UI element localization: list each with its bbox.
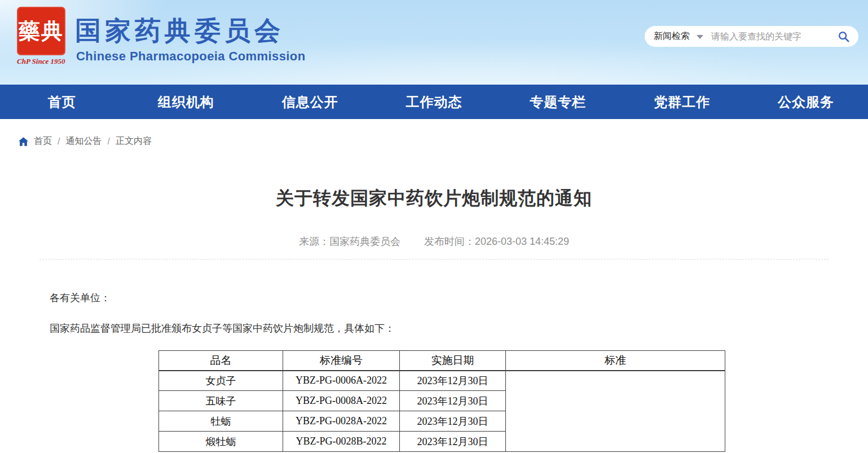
col-header-standard: 标准 (506, 351, 725, 371)
pharmacopoeia-seal-icon: 藥典 (17, 7, 65, 55)
article-meta: 来源：国家药典委员会 发布时间：2026-03-03 14:45:29 (0, 235, 868, 248)
home-icon[interactable] (19, 137, 28, 146)
nav-item-party-work[interactable]: 党群工作 (620, 85, 744, 119)
nav-item-special-topics[interactable]: 专题专栏 (496, 85, 620, 119)
chevron-down-icon (697, 35, 703, 39)
breadcrumb-home[interactable]: 首页 (34, 135, 52, 147)
cell-standard-number: YBZ-PG-0008A-2022 (283, 391, 400, 411)
cell-implementation-date: 2023年12月30日 (400, 371, 506, 391)
publish-time-label: 发布时间： (424, 236, 475, 247)
col-header-product-name: 品名 (159, 351, 283, 371)
seal-caption: ChP Since 1950 (17, 57, 79, 66)
cell-standard-number: YBZ-PG-0028A-2022 (283, 411, 400, 432)
page: 藥典 ChP Since 1950 国家药典委员会 Chinese Pharma… (0, 0, 868, 453)
nav-item-information[interactable]: 信息公开 (248, 85, 372, 119)
search-category-label: 新闻检索 (654, 30, 690, 42)
standards-table-wrap: 品名 标准编号 实施日期 标准 女贞子 YBZ-PG-0006A-2022 20… (158, 350, 725, 452)
page-title: 关于转发国家中药饮片炮制规范的通知 (0, 186, 868, 211)
nav-item-public-service[interactable]: 公众服务 (744, 85, 868, 119)
search-button[interactable] (837, 30, 851, 43)
cell-implementation-date: 2023年12月30日 (400, 391, 506, 411)
nav-item-organization[interactable]: 组织机构 (124, 85, 248, 119)
search-bar: 新闻检索 (645, 26, 858, 47)
cell-product-name: 五味子 (159, 391, 283, 411)
source-label: 来源： (299, 236, 329, 247)
search-category-dropdown[interactable]: 新闻检索 (654, 30, 711, 42)
article-salutation: 各有关单位： (50, 291, 111, 305)
search-input[interactable] (711, 32, 837, 42)
seal-text: 藥典 (19, 17, 64, 46)
cell-implementation-date: 2023年12月30日 (400, 411, 506, 432)
cell-standard-number: YBZ-PG-0028B-2022 (283, 432, 400, 452)
source-value: 国家药典委员会 (329, 236, 400, 247)
breadcrumb-separator: / (58, 137, 60, 147)
site-subtitle: Chinese Pharmacopoeia Commission (76, 49, 305, 64)
cell-standard-merged (506, 371, 725, 452)
article-paragraph: 国家药品监督管理局已批准颁布女贞子等国家中药饮片炮制规范，具体如下： (50, 322, 395, 335)
publish-time-value: 2026-03-03 14:45:29 (475, 236, 569, 247)
breadcrumb-notices[interactable]: 通知公告 (65, 135, 102, 147)
search-icon (838, 30, 850, 43)
nav-item-work-news[interactable]: 工作动态 (372, 85, 496, 119)
article-source: 来源：国家药典委员会 (299, 235, 400, 248)
col-header-standard-number: 标准编号 (283, 351, 400, 371)
standards-table: 品名 标准编号 实施日期 标准 女贞子 YBZ-PG-0006A-2022 20… (158, 350, 725, 452)
site-header: 藥典 ChP Since 1950 国家药典委员会 Chinese Pharma… (0, 0, 868, 85)
cell-standard-number: YBZ-PG-0006A-2022 (283, 371, 400, 391)
site-title: 国家药典委员会 (75, 14, 284, 49)
nav-item-home[interactable]: 首页 (0, 85, 124, 119)
table-header-row: 品名 标准编号 实施日期 标准 (159, 351, 725, 371)
table-row: 女贞子 YBZ-PG-0006A-2022 2023年12月30日 (159, 371, 725, 391)
cell-product-name: 牡蛎 (159, 411, 283, 432)
site-logo[interactable]: 藥典 ChP Since 1950 (17, 7, 79, 66)
cell-product-name: 女贞子 (159, 371, 283, 391)
article-publish-time: 发布时间：2026-03-03 14:45:29 (424, 235, 569, 248)
cell-implementation-date: 2023年12月30日 (400, 432, 506, 452)
main-nav: 首页 组织机构 信息公开 工作动态 专题专栏 党群工作 公众服务 (0, 85, 868, 119)
cell-product-name: 煅牡蛎 (159, 432, 283, 452)
col-header-implementation-date: 实施日期 (400, 351, 506, 371)
breadcrumb: 首页 / 通知公告 / 正文内容 (19, 135, 152, 147)
meta-divider (39, 259, 829, 260)
breadcrumb-current: 正文内容 (116, 135, 152, 147)
breadcrumb-separator: / (107, 137, 109, 147)
